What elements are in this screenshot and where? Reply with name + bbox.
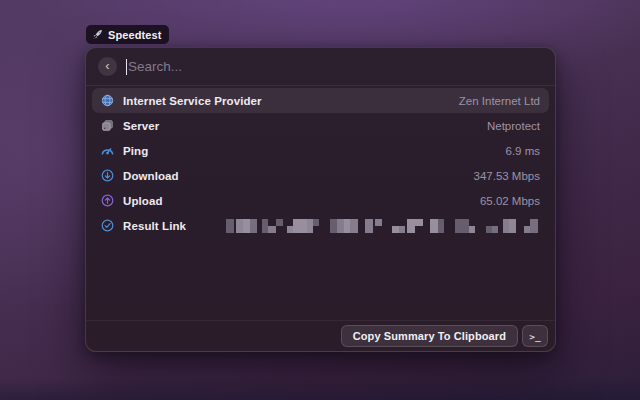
terminal-prompt-icon[interactable]: >_ <box>522 325 548 347</box>
result-row-result-link[interactable]: Result Link <box>92 213 549 238</box>
pixel-block <box>365 219 373 233</box>
gauge-icon <box>101 144 114 157</box>
row-label: Internet Service Provider <box>123 95 262 107</box>
pixel-block <box>399 226 405 233</box>
row-label: Download <box>123 170 179 182</box>
pixel-block <box>243 219 250 233</box>
pixel-block <box>268 226 276 233</box>
pixel-block <box>313 219 319 226</box>
pixel-block <box>455 219 463 233</box>
speedtest-badge: Speedtest <box>86 25 169 44</box>
row-value: Netprotect <box>487 120 540 132</box>
badge-label: Speedtest <box>108 29 161 41</box>
result-row-download[interactable]: Download347.53 Mbps <box>92 163 549 188</box>
results-list: Internet Service ProviderZen Internet Lt… <box>86 86 555 240</box>
row-value: Zen Internet Ltd <box>459 95 540 107</box>
search-field-wrap <box>126 59 543 75</box>
result-row-server[interactable]: ServerNetprotect <box>92 113 549 138</box>
pixel-block <box>392 226 399 233</box>
result-row-internet-service-provider[interactable]: Internet Service ProviderZen Internet Lt… <box>92 88 549 113</box>
row-label: Result Link <box>123 220 186 232</box>
check-circle-icon <box>101 219 114 232</box>
pixel-block <box>330 219 337 233</box>
pixel-block <box>337 219 344 233</box>
pixel-block <box>492 226 498 233</box>
pixel-block <box>293 219 301 233</box>
pixel-block <box>509 219 516 233</box>
chevron-left-icon: ‹ <box>105 59 109 72</box>
globe-icon <box>101 94 114 107</box>
upload-icon <box>101 194 114 207</box>
action-bar: Copy Summary To Clipboard >_ <box>86 320 555 351</box>
speedtest-panel: ‹ Internet Service ProviderZen Internet … <box>85 47 556 352</box>
row-value: 6.9 ms <box>505 145 540 157</box>
desktop: { "window": { "badge": { "label": "Speed… <box>0 0 640 400</box>
pixel-block <box>407 219 415 233</box>
rocket-icon <box>92 29 103 40</box>
row-value: 347.53 Mbps <box>474 170 541 182</box>
pixel-block <box>350 219 358 233</box>
pixel-block <box>438 219 444 233</box>
download-icon <box>101 169 114 182</box>
copy-summary-button[interactable]: Copy Summary To Clipboard <box>341 325 518 347</box>
row-value: 65.02 Mbps <box>480 195 540 207</box>
back-button[interactable]: ‹ <box>98 57 117 76</box>
row-label: Upload <box>123 195 163 207</box>
row-label: Server <box>123 120 159 132</box>
pixel-block <box>530 219 538 233</box>
pixel-block <box>226 219 234 233</box>
row-label: Ping <box>123 145 148 157</box>
pixel-block <box>430 219 438 233</box>
result-row-upload[interactable]: Upload65.02 Mbps <box>92 188 549 213</box>
search-bar: ‹ <box>86 48 555 85</box>
text-caret <box>126 59 127 75</box>
pixel-block <box>250 219 257 233</box>
pixel-block <box>276 219 283 226</box>
pixel-block <box>375 219 382 226</box>
server-icon <box>101 119 114 132</box>
search-input[interactable] <box>128 59 543 74</box>
panel-spacer <box>86 240 555 320</box>
pixel-block <box>469 226 475 233</box>
pixel-block <box>415 219 423 226</box>
pixel-block <box>236 219 243 233</box>
row-value-redacted <box>226 219 540 233</box>
result-row-ping[interactable]: Ping6.9 ms <box>92 138 549 163</box>
